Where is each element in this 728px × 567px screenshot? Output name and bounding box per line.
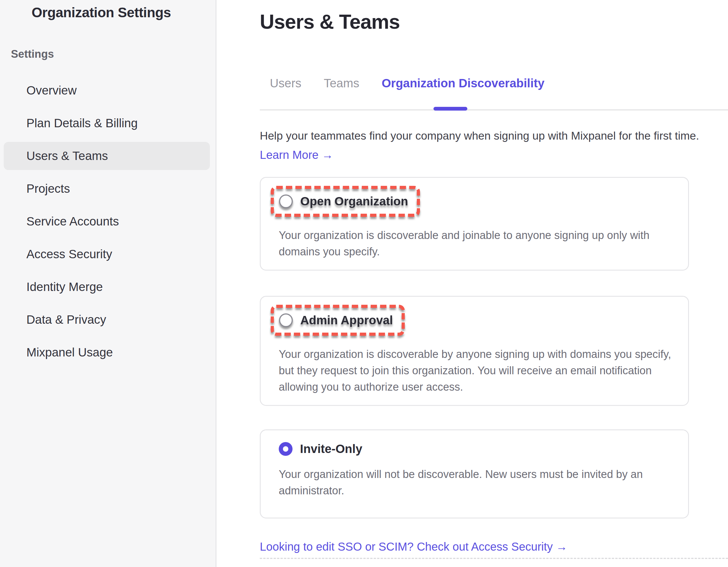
main-content: Users & Teams Users Teams Organization D… bbox=[217, 0, 728, 567]
sidebar-item-projects[interactable]: Projects bbox=[0, 172, 216, 205]
tab-divider-line bbox=[260, 109, 728, 111]
sidebar-item-overview[interactable]: Overview bbox=[0, 74, 216, 107]
tab-users[interactable]: Users bbox=[270, 76, 301, 90]
sidebar-item-mixpanel-usage[interactable]: Mixpanel Usage bbox=[0, 336, 216, 369]
sidebar-item-users-teams[interactable]: Users & Teams bbox=[4, 142, 210, 170]
settings-sidebar: Organization Settings Settings Overview … bbox=[0, 0, 216, 567]
sidebar-item-plan-details-billing[interactable]: Plan Details & Billing bbox=[0, 107, 216, 140]
sidebar-item-data-privacy[interactable]: Data & Privacy bbox=[0, 303, 216, 336]
option-row: Invite-Only bbox=[279, 442, 681, 456]
option-card-invite-only: Invite-Only Your organization will not b… bbox=[260, 429, 689, 518]
sidebar-nav: Overview Plan Details & Billing Users & … bbox=[0, 74, 216, 369]
page-title: Users & Teams bbox=[260, 10, 689, 33]
sidebar-title: Organization Settings bbox=[32, 5, 216, 20]
radio-open-organization[interactable] bbox=[279, 194, 293, 208]
red-annotation-box: Open Organization bbox=[271, 186, 420, 217]
intro-text: Help your teammates find your company wh… bbox=[260, 129, 689, 142]
option-description: Your organization is discoverable and jo… bbox=[279, 227, 681, 260]
active-tab-indicator bbox=[433, 107, 467, 111]
option-card-admin-approval: Admin Approval Your organization is disc… bbox=[260, 296, 689, 406]
option-description: Your organization will not be discoverab… bbox=[279, 466, 681, 499]
tab-divider bbox=[260, 109, 728, 111]
option-label: Invite-Only bbox=[300, 442, 362, 456]
tab-bar: Users Teams Organization Discoverability bbox=[260, 76, 689, 90]
option-description: Your organization is discoverable by any… bbox=[279, 346, 681, 395]
radio-admin-approval[interactable] bbox=[279, 314, 293, 327]
sidebar-item-service-accounts[interactable]: Service Accounts bbox=[0, 205, 216, 238]
sidebar-item-access-security[interactable]: Access Security bbox=[0, 238, 216, 270]
option-card-open-organization: Open Organization Your organization is d… bbox=[260, 177, 689, 270]
learn-more-link[interactable]: Learn More → bbox=[260, 148, 333, 161]
radio-invite-only[interactable] bbox=[279, 442, 293, 456]
tab-teams[interactable]: Teams bbox=[324, 76, 359, 90]
bottom-divider bbox=[260, 558, 728, 559]
tab-organization-discoverability[interactable]: Organization Discoverability bbox=[382, 76, 544, 90]
access-security-link[interactable]: Looking to edit SSO or SCIM? Check out A… bbox=[260, 540, 568, 553]
sidebar-section-label: Settings bbox=[11, 48, 216, 60]
red-annotation-box: Admin Approval bbox=[271, 305, 405, 336]
sidebar-item-identity-merge[interactable]: Identity Merge bbox=[0, 270, 216, 303]
option-label: Open Organization bbox=[300, 194, 408, 208]
option-label: Admin Approval bbox=[300, 314, 393, 327]
